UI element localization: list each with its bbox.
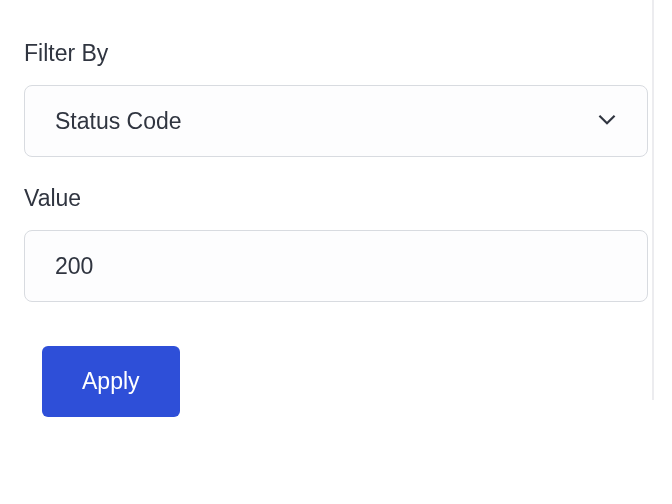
filter-by-selected-value: Status Code bbox=[55, 108, 182, 135]
value-group: Value bbox=[24, 185, 648, 302]
filter-by-select[interactable]: Status Code bbox=[24, 85, 648, 157]
filter-by-label: Filter By bbox=[24, 40, 648, 67]
apply-button[interactable]: Apply bbox=[42, 346, 180, 417]
divider bbox=[652, 0, 654, 400]
filter-by-select-wrapper: Status Code bbox=[24, 85, 648, 157]
value-label: Value bbox=[24, 185, 648, 212]
value-input[interactable] bbox=[24, 230, 648, 302]
filter-by-group: Filter By Status Code bbox=[24, 40, 648, 157]
